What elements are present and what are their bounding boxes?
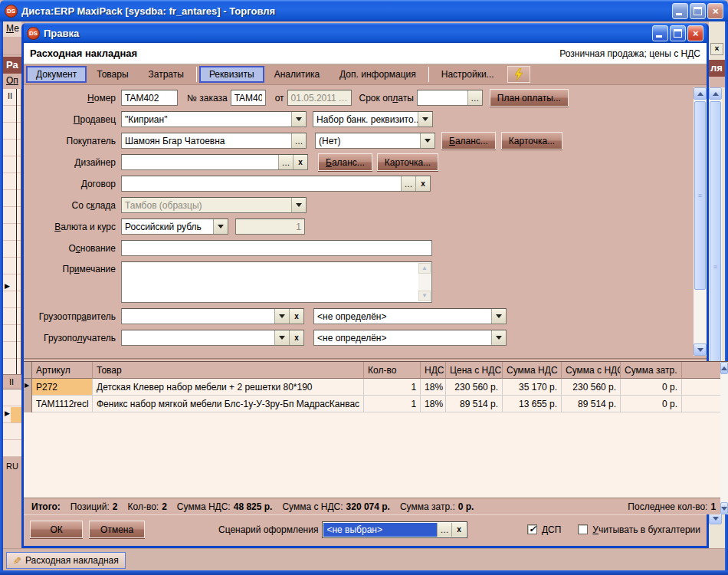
column-header-kolvo[interactable]: Кол-во: [364, 362, 421, 379]
designer-field[interactable]: … x: [121, 154, 308, 170]
column-header-summa-zatr[interactable]: Сумма затр.: [621, 362, 682, 379]
bank-requisites-combo[interactable]: Набор банк. реквизито...: [313, 111, 433, 127]
column-header-artikul[interactable]: Артикул: [32, 362, 93, 379]
ok-button[interactable]: ОК: [30, 521, 83, 538]
currency-dropdown-button[interactable]: [213, 219, 228, 234]
shipper-dropdown-button[interactable]: [274, 309, 289, 324]
tab-dokument[interactable]: Документ: [26, 66, 87, 83]
dsp-checkbox[interactable]: ✓: [527, 524, 537, 534]
language-indicator[interactable]: RU: [3, 457, 21, 471]
table-row[interactable]: TAM1112recl Феникс набор мягкой мебели Б…: [24, 396, 720, 412]
number-input[interactable]: [121, 90, 178, 106]
shipper-combo[interactable]: x: [121, 308, 304, 324]
dialog-minimize-button[interactable]: [652, 25, 668, 41]
contract-field[interactable]: … x: [121, 176, 431, 192]
shipper-status-dropdown-button[interactable]: [491, 309, 506, 324]
cell-nds[interactable]: 18%: [421, 379, 446, 396]
scroll-down-button[interactable]: [694, 343, 707, 356]
cell-cena[interactable]: 89 514 р.: [446, 396, 503, 412]
scrollbar-track[interactable]: [720, 374, 728, 502]
shipper-clear-button[interactable]: x: [289, 309, 303, 324]
quick-action-button[interactable]: [507, 66, 530, 83]
background-menu-fragment[interactable]: Ме: [3, 21, 21, 37]
accounting-checkbox-label[interactable]: Учитывать в бухгалтерии: [592, 524, 700, 535]
column-header-cena[interactable]: Цена с НДС: [446, 362, 503, 379]
tab-nastroiki[interactable]: Настройки...: [431, 66, 504, 83]
tab-analitika[interactable]: Аналитика: [264, 66, 330, 83]
dsp-checkbox-label[interactable]: ДСП: [542, 524, 561, 535]
seller-dropdown-button[interactable]: [291, 112, 306, 127]
grid-scrollbar[interactable]: [720, 361, 728, 514]
background-close-button[interactable]: ×: [710, 43, 723, 55]
shipper-status-combo[interactable]: <не определён>: [313, 308, 507, 324]
due-lookup-button[interactable]: …: [467, 90, 482, 105]
buyer-card-button[interactable]: Карточка...: [501, 132, 562, 150]
buyer-status-combo[interactable]: (Нет): [315, 133, 435, 149]
warehouse-dropdown-button[interactable]: [291, 198, 306, 212]
basis-input[interactable]: [121, 240, 432, 256]
cell-summa-nds[interactable]: 13 655 р.: [503, 396, 562, 412]
consignee-dropdown-button[interactable]: [274, 330, 289, 345]
cell-summa-s-nds[interactable]: 230 560 р.: [562, 379, 621, 396]
scrollbar-thumb[interactable]: ≡: [694, 101, 706, 290]
cell-summa-nds[interactable]: 35 170 р.: [503, 379, 562, 396]
cell-tovar[interactable]: Детская Клевер набор мебели + 2 решетки …: [93, 379, 364, 396]
bank-dropdown-button[interactable]: [418, 112, 432, 127]
shipper-input[interactable]: [122, 309, 274, 324]
cancel-button[interactable]: Отмена: [89, 521, 145, 538]
tab-tovary[interactable]: Товары: [87, 66, 138, 83]
scenario-combo[interactable]: <не выбран> … x: [322, 521, 467, 538]
designer-input[interactable]: [122, 155, 278, 169]
cell-kolvo[interactable]: 1: [364, 396, 421, 412]
order-input[interactable]: [231, 90, 266, 106]
designer-balance-button[interactable]: Баланс...: [318, 153, 372, 171]
accounting-checkbox[interactable]: [578, 524, 588, 534]
contract-clear-button[interactable]: x: [415, 176, 430, 191]
consignee-status-dropdown-button[interactable]: [491, 330, 506, 345]
contract-input[interactable]: [122, 176, 401, 191]
dialog-close-button[interactable]: ×: [687, 25, 703, 41]
form-scrollbar[interactable]: ≡: [694, 87, 707, 356]
cell-summa-s-nds[interactable]: 89 514 р.: [562, 396, 621, 412]
column-header-summa-s-nds[interactable]: Сумма с НДС: [562, 362, 621, 379]
note-field[interactable]: ▲ ▼: [121, 261, 432, 303]
buyer-field[interactable]: Шамоян Бгар Чатоевна …: [121, 133, 307, 149]
column-header-nds[interactable]: НДС: [421, 362, 446, 379]
cell-summa-zatr[interactable]: 0 р.: [621, 379, 682, 396]
designer-clear-button[interactable]: x: [293, 155, 307, 169]
designer-lookup-button[interactable]: …: [278, 155, 293, 169]
cell-nds[interactable]: 18%: [421, 396, 446, 412]
scroll-up-button[interactable]: [694, 87, 707, 100]
scenario-lookup-button[interactable]: …: [437, 523, 451, 537]
dialog-maximize-button[interactable]: [670, 25, 686, 41]
seller-combo[interactable]: "Киприан": [121, 111, 307, 127]
consignee-combo[interactable]: x: [121, 330, 304, 346]
main-close-button[interactable]: ×: [707, 3, 723, 19]
cell-summa-zatr[interactable]: 0 р.: [621, 396, 682, 412]
note-textarea[interactable]: [122, 262, 431, 302]
cell-kolvo[interactable]: 1: [364, 379, 421, 396]
tab-rekvizity[interactable]: Реквизиты: [199, 66, 264, 83]
main-maximize-button[interactable]: [690, 3, 706, 19]
scenario-clear-button[interactable]: x: [451, 523, 466, 537]
taskbar-tab-invoice[interactable]: ✎ Расходная накладная: [6, 552, 126, 569]
cell-artikul[interactable]: TAM1112recl: [32, 396, 93, 412]
tab-zatraty[interactable]: Затраты: [139, 66, 194, 83]
main-minimize-button[interactable]: [672, 3, 688, 19]
scrollbar-track[interactable]: ≡: [694, 100, 707, 343]
table-row[interactable]: ▶ P272 Детская Клевер набор мебели + 2 р…: [24, 379, 720, 396]
consignee-clear-button[interactable]: x: [289, 330, 303, 345]
background-link-fragment[interactable]: Оп: [3, 74, 21, 87]
cell-tovar[interactable]: Феникс набор мягкой мебели Блс-1у-У-3ру-…: [93, 396, 364, 412]
consignee-status-combo[interactable]: <не определён>: [313, 330, 507, 346]
cell-artikul[interactable]: P272: [32, 379, 93, 396]
due-field[interactable]: …: [417, 90, 483, 106]
column-header-tovar[interactable]: Товар: [93, 362, 364, 379]
payment-plan-button[interactable]: План оплаты...: [490, 89, 569, 107]
contract-lookup-button[interactable]: …: [401, 176, 415, 191]
due-input[interactable]: [418, 90, 467, 105]
scroll-up-button[interactable]: [720, 362, 728, 374]
tab-dop-informacia[interactable]: Доп. информация: [330, 66, 426, 83]
buyer-lookup-button[interactable]: …: [291, 133, 306, 148]
designer-card-button[interactable]: Карточка...: [377, 153, 438, 171]
